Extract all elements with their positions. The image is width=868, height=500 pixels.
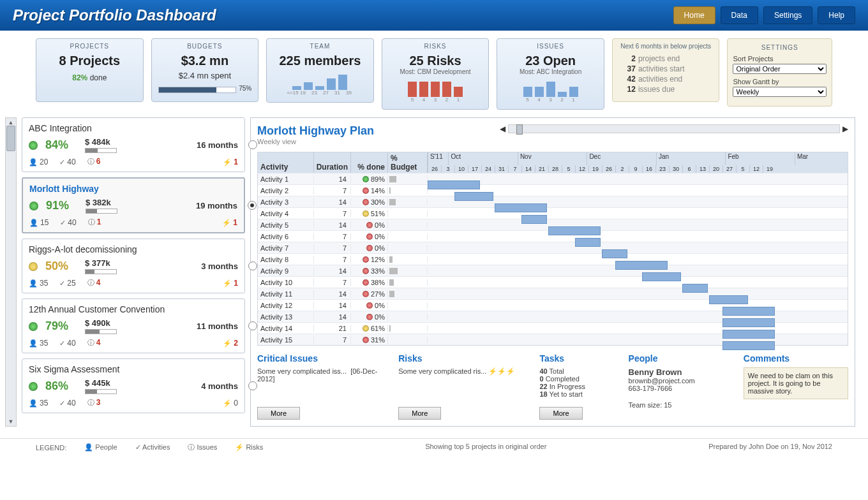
gantt-row: Activity 10738%: [258, 276, 848, 288]
slider-right-icon[interactable]: ▶: [842, 124, 848, 133]
card-team[interactable]: TEAM 225 members <=151923273135: [266, 38, 374, 103]
gantt-slider[interactable]: [508, 124, 840, 133]
projects-count: 8 Projects: [43, 54, 137, 68]
project-card[interactable]: Morlott Highway91%$ 382k19 months👤15✓40ⓘ…: [22, 177, 245, 233]
project-radio[interactable]: [248, 201, 257, 210]
slider-left-icon[interactable]: ◀: [500, 124, 505, 133]
sort-select[interactable]: Original Order: [733, 64, 827, 74]
gantt-row: Activity 91433%: [258, 265, 848, 276]
status-dot-icon: [363, 188, 369, 194]
project-duration: 16 months: [197, 140, 238, 150]
project-pct: 50%: [45, 260, 77, 273]
risks-more-button[interactable]: More: [398, 407, 441, 420]
status-dot-icon: [366, 302, 373, 309]
footer-right: Prepared by John Doe on 19, Nov 2012: [708, 443, 832, 452]
project-name: Riggs-A-lot decomissioning: [29, 244, 238, 254]
status-dot-icon: [363, 176, 369, 182]
status-dot-icon: [363, 256, 369, 263]
info-icon: ⓘ: [87, 339, 94, 346]
status-dot-icon: [363, 199, 369, 205]
project-budget: $ 490k: [85, 318, 117, 328]
project-pct: 91%: [46, 199, 78, 212]
project-card[interactable]: Riggs-A-lot decomissioning50%$ 377k3 mon…: [22, 239, 245, 293]
project-budget: $ 377k: [85, 258, 117, 268]
status-dot-icon: [29, 382, 38, 391]
status-dot-icon: [29, 262, 38, 271]
status-dot-icon: [363, 210, 369, 217]
card-projects[interactable]: PROJECTS 8 Projects 82% done: [36, 38, 144, 102]
project-radio[interactable]: [248, 381, 257, 390]
card-issues[interactable]: ISSUES 23 Open Most: ABC Integration 543…: [497, 38, 604, 110]
gantt-row: Activity 12140%: [258, 299, 848, 311]
scroll-thumb[interactable]: [6, 126, 15, 151]
detail-title: Morlott Highway Plan: [257, 124, 374, 138]
nav-data[interactable]: Data: [721, 6, 758, 24]
check-icon: ✓: [60, 219, 66, 226]
project-card[interactable]: ABC Integration84%$ 484k16 months👤20✓40ⓘ…: [22, 117, 245, 172]
activities-icon: ✓: [135, 443, 141, 451]
project-radio[interactable]: [248, 140, 257, 149]
panel-critical-issues: Critical Issues Some very complicated is…: [257, 353, 388, 420]
issues-more-button[interactable]: More: [257, 407, 300, 420]
nav-help[interactable]: Help: [818, 6, 855, 24]
info-icon: ⓘ: [88, 218, 95, 226]
project-pct: 84%: [45, 138, 77, 152]
nav-home[interactable]: Home: [673, 6, 715, 24]
risks-icon: ⚡: [235, 443, 244, 451]
status-dot-icon: [366, 233, 373, 240]
project-radio[interactable]: [248, 321, 257, 330]
budgets-value: $3.2 mn: [158, 54, 252, 68]
check-icon: ✓: [59, 158, 65, 166]
team-value: 225 members: [273, 54, 367, 68]
scroll-down-icon[interactable]: ▼: [6, 417, 16, 426]
detail-subtitle: Weekly view: [257, 138, 374, 145]
scrollbar-left[interactable]: ▲ ▼: [5, 117, 17, 427]
risk-icon: ⚡: [222, 219, 231, 226]
status-dot-icon: [363, 291, 369, 297]
project-card[interactable]: Six Sigma Assessment86%$ 445k4 months👤35…: [22, 358, 245, 413]
project-name: Morlott Highway: [29, 184, 237, 194]
card-forecast: Next 6 monhts in below projects 2project…: [612, 38, 720, 102]
project-duration: 19 months: [196, 201, 237, 210]
app-title: Project Portfolio Dashboard: [13, 6, 216, 24]
status-dot-icon: [29, 322, 38, 331]
panel-risks: Risks Some very complicated ris... ⚡⚡⚡ M…: [398, 353, 529, 420]
panel-tasks: Tasks 40 Total 0 Completed 22 In Progres…: [539, 353, 618, 420]
project-pct: 79%: [45, 320, 77, 333]
card-budgets[interactable]: BUDGETS $3.2 mn $2.4 mn spent 75%: [151, 38, 259, 102]
info-icon: ⓘ: [87, 279, 94, 286]
info-icon: ⓘ: [87, 399, 94, 406]
gantt-row: Activity 5140%: [258, 219, 848, 230]
project-name: 12th Annual Customer Convention: [29, 304, 238, 314]
risk-icon: ⚡: [223, 339, 232, 347]
project-name: ABC Integration: [29, 123, 238, 133]
status-dot-icon: [363, 268, 369, 274]
card-label: PROJECTS: [43, 43, 137, 50]
issues-value: 23 Open: [504, 54, 597, 68]
project-pct: 86%: [45, 379, 77, 393]
people-icon: 👤: [29, 158, 38, 166]
gantt-row: Activity 8712%: [258, 253, 848, 265]
status-dot-icon: [363, 337, 369, 343]
footer-center: Showing top 5 projects in original order: [425, 443, 546, 452]
people-icon: 👤: [84, 443, 93, 451]
people-icon: 👤: [29, 219, 38, 226]
people-icon: 👤: [29, 399, 38, 407]
gantt-row: Activity 2714%: [258, 184, 848, 196]
project-duration: 4 months: [201, 381, 238, 391]
tasks-more-button[interactable]: More: [539, 407, 582, 420]
gantt-row: Activity 770%: [258, 242, 848, 253]
project-radio[interactable]: [248, 261, 257, 270]
card-settings: SETTINGS Sort Projects Original Order Sh…: [727, 38, 832, 107]
card-risks[interactable]: RISKS 25 Risks Most: CBM Development 543…: [382, 38, 490, 110]
gantt-select[interactable]: Weekly: [733, 87, 827, 97]
check-icon: ✓: [59, 279, 65, 287]
status-dot-icon: [366, 245, 373, 251]
status-dot-icon: [363, 325, 369, 332]
people-icon: 👤: [29, 279, 38, 287]
project-duration: 3 months: [201, 261, 238, 271]
nav-settings[interactable]: Settings: [763, 6, 812, 24]
project-card[interactable]: 12th Annual Customer Convention79%$ 490k…: [22, 298, 245, 353]
project-budget: $ 382k: [86, 198, 117, 207]
issues-icon: ⓘ: [188, 443, 195, 451]
